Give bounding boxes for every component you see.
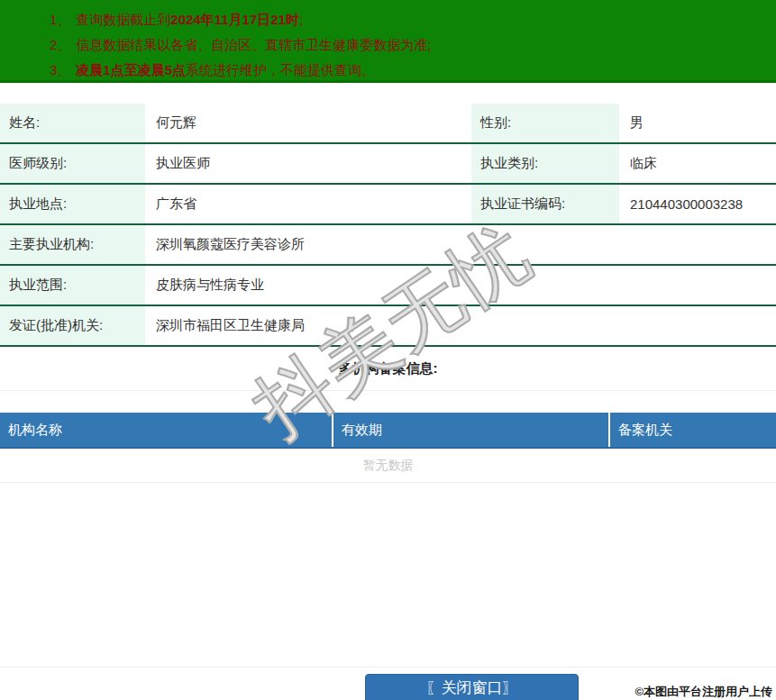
- field-label-main-institution: 主要执业机构:: [0, 225, 147, 264]
- field-label-name: 姓名:: [0, 104, 147, 142]
- column-header-record-authority: 备案机关: [610, 413, 776, 447]
- field-label-issuing-authority: 发证(批准)机关:: [0, 306, 147, 345]
- field-label-practice-location: 执业地点:: [0, 185, 147, 223]
- notice-text: 查询数据截止到: [76, 12, 170, 27]
- no-data-placeholder: 暂无数据: [0, 449, 776, 483]
- copyright-watermark: ©本图由平台注册用户上传: [634, 684, 772, 700]
- notice-number: 3、: [50, 62, 70, 77]
- info-row-main-institution: 主要执业机构: 深圳氧颜蔻医疗美容诊所: [0, 225, 776, 266]
- info-row-issuing-authority: 发证(批准)机关: 深圳市福田区卫生健康局: [0, 306, 776, 347]
- info-row-name-gender: 姓名: 何元辉 性别: 男: [0, 104, 776, 144]
- notice-text: ;: [299, 12, 303, 27]
- info-row-practice-scope: 执业范围: 皮肤病与性病专业: [0, 266, 776, 306]
- records-table-header: 机构名称 有效期 备案机关: [0, 413, 776, 449]
- spacer: [0, 391, 776, 413]
- column-header-institution-name: 机构名称: [0, 413, 333, 447]
- field-label-doctor-level: 医师级别:: [0, 144, 147, 183]
- multi-institution-records-table: 机构名称 有效期 备案机关 暂无数据: [0, 413, 776, 483]
- field-label-practice-scope: 执业范围:: [0, 266, 147, 305]
- practitioner-query-result-page: 1、查询数据截止到2024年11月17日21时; 2、信息数据结果以各省、自治区…: [0, 0, 776, 700]
- notice-line-2: 2、信息数据结果以各省、自治区、直辖市卫生健康委数据为准;: [50, 32, 776, 58]
- field-label-license-number: 执业证书编码:: [471, 185, 621, 223]
- field-value-issuing-authority: 深圳市福田区卫生健康局: [147, 306, 776, 345]
- practitioner-info-table: 姓名: 何元辉 性别: 男 医师级别: 执业医师 执业类别: 临床 执业地点: …: [0, 104, 776, 347]
- close-window-button[interactable]: 〖关闭窗口〗: [365, 674, 579, 700]
- multi-institution-section-title: 多机构备案信息:: [0, 347, 776, 391]
- notice-number: 1、: [50, 12, 70, 27]
- info-row-level-category: 医师级别: 执业医师 执业类别: 临床: [0, 144, 776, 185]
- column-header-validity-period: 有效期: [333, 413, 610, 447]
- notice-text-bold: 2024年11月17日21时: [170, 12, 299, 27]
- field-value-doctor-level: 执业医师: [147, 144, 471, 183]
- info-row-location-license: 执业地点: 广东省 执业证书编码: 210440300003238: [0, 185, 776, 225]
- notice-text: 系统进行维护，不能提供查询。: [186, 62, 375, 77]
- footer-divider: [0, 667, 776, 668]
- notice-text-bold: 凌晨1点至凌晨5点: [76, 62, 186, 77]
- field-label-practice-category: 执业类别:: [471, 144, 621, 183]
- notice-number: 2、: [50, 37, 70, 52]
- field-value-gender: 男: [621, 104, 776, 142]
- field-label-gender: 性别:: [471, 104, 621, 142]
- notice-text: 信息数据结果以各省、自治区、直辖市卫生健康委数据为准;: [76, 37, 431, 52]
- notice-banner: 1、查询数据截止到2024年11月17日21时; 2、信息数据结果以各省、自治区…: [0, 0, 776, 83]
- field-value-main-institution: 深圳氧颜蔻医疗美容诊所: [147, 225, 776, 264]
- notice-line-1: 1、查询数据截止到2024年11月17日21时;: [50, 7, 776, 32]
- field-value-practice-scope: 皮肤病与性病专业: [147, 266, 776, 305]
- field-value-name: 何元辉: [147, 104, 471, 142]
- field-value-practice-category: 临床: [621, 144, 776, 183]
- field-value-practice-location: 广东省: [147, 185, 471, 223]
- field-value-license-number: 210440300003238: [621, 185, 776, 223]
- notice-line-3: 3、凌晨1点至凌晨5点系统进行维护，不能提供查询。: [50, 58, 776, 83]
